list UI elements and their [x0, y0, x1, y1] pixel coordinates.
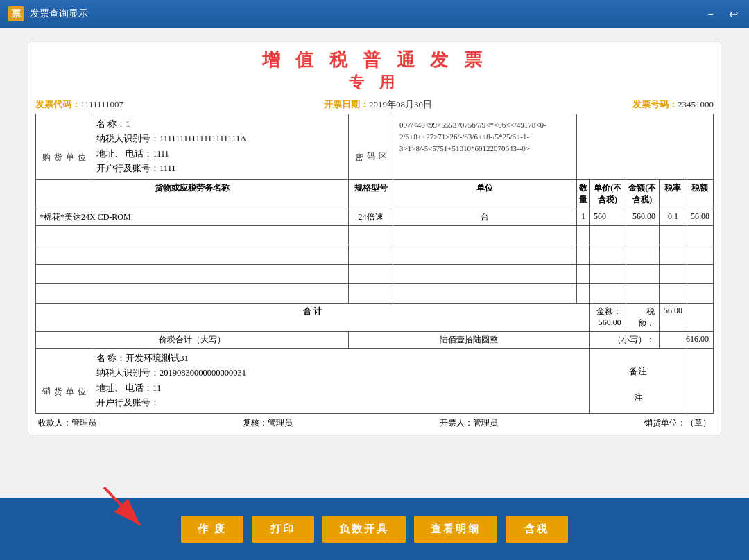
invoice-date-label: 开票日期：2019年08月30日	[324, 98, 432, 111]
detail-button[interactable]: 查看明细	[414, 516, 497, 543]
sign-row: 收款人：管理员 复核：管理员 开票人：管理员 销货单位：（章）	[35, 417, 714, 429]
seller-tax-id: 纳税人识别号：20190830000000000031	[96, 366, 585, 380]
print-button[interactable]: 打印	[252, 516, 314, 543]
code-content-cell: 007/<40<99>555370756///9<*<06<</49178<0-…	[393, 114, 577, 180]
total-tax-value-cell: 56.00	[659, 304, 687, 332]
seller-bank: 开户行及账号：	[96, 396, 585, 410]
item-unit: 台	[393, 209, 577, 226]
col-header-taxrate: 税率	[659, 180, 687, 209]
close-button[interactable]: ↩	[726, 7, 741, 21]
invoice-meta: 发票代码：1111111007 开票日期：2019年08月30日 发票号码：23…	[35, 98, 714, 111]
item-empty-row-1	[36, 226, 714, 245]
item-unit-price: 560	[589, 209, 626, 226]
col-header-amount: 金额(不含税)	[626, 180, 659, 209]
window-controls: － ↩	[703, 7, 741, 21]
invoice-sub-title: 专 用	[35, 72, 714, 93]
total-row: 合 计 金额： 560.00 税额： 56.00	[36, 304, 714, 332]
col-header-unit: 单位	[393, 180, 577, 209]
subtotal-small-value: 616.00	[659, 332, 713, 349]
buyer-name: 名 称：1	[96, 117, 344, 132]
total-tax-label: 税额：	[638, 306, 655, 328]
item-tax-rate: 0.1	[659, 209, 687, 226]
title-text: 发票查询显示	[30, 8, 703, 20]
item-name: *棉花*美达24X CD-ROM	[36, 209, 349, 226]
item-empty-row-4	[36, 284, 714, 304]
seller-address: 地址、 电话：11	[96, 381, 585, 396]
title-bar: 票 发票查询显示 － ↩	[0, 0, 749, 28]
items-header-row: 货物或应税劳务名称 规格型号 单位 数量 单价(不含税) 金额(不含税) 税率 …	[36, 180, 714, 209]
col-header-name: 货物或应税劳务名称	[36, 180, 349, 209]
buyer-tax-id: 纳税人识别号：11111111111111111111A	[96, 132, 344, 146]
seller-row: 销货单位 名 称：开发环境测试31 纳税人识别号：201908300000000…	[36, 349, 714, 414]
invoice-main-title: 增 值 税 普 通 发 票	[35, 48, 714, 72]
remark-cell: 备注 注	[589, 349, 687, 414]
col-header-spec: 规格型号	[349, 180, 393, 209]
invoice-number-label: 发票号码：23451000	[632, 98, 714, 111]
total-tax-cell: 税额：	[626, 304, 659, 332]
total-amount-cell: 金额： 560.00	[589, 304, 626, 332]
buyer-bank: 开户行及账号：1111	[96, 161, 344, 176]
main-content: 增 值 税 普 通 发 票 专 用 发票代码：1111111007 开票日期：2…	[0, 28, 749, 498]
item-row-1: *棉花*美达24X CD-ROM 24倍速 台 1 560 560.00 0.1…	[36, 209, 714, 226]
seller-info-cell: 名 称：开发环境测试31 纳税人识别号：20190830000000000031…	[92, 349, 590, 414]
total-amount-label: 金额：	[596, 306, 621, 316]
invoice-wrapper: 增 值 税 普 通 发 票 专 用 发票代码：1111111007 开票日期：2…	[28, 42, 721, 435]
invoice-table: 购货单位 名 称：1 纳税人识别号：11111111111111111111A …	[35, 114, 714, 414]
buyer-address: 地址、 电话：1111	[96, 147, 344, 161]
seller-name: 名 称：开发环境测试31	[96, 351, 585, 366]
minimize-button[interactable]: －	[703, 7, 719, 21]
code-content: 007/<40<99>555370756///9<*<06<</49178<0-…	[397, 117, 572, 157]
item-tax-amount: 56.00	[687, 209, 713, 226]
buyer-info-cell: 名 称：1 纳税人识别号：11111111111111111111A 地址、 电…	[92, 114, 349, 180]
item-empty-row-2	[36, 245, 714, 265]
invoice-code-label: 发票代码：1111111007	[35, 98, 123, 111]
payee-label: 收款人：管理员	[38, 417, 96, 429]
tax-button[interactable]: 含税	[506, 516, 568, 543]
subtotal-small-label: （小写）：	[589, 332, 659, 349]
void-button[interactable]: 作 废	[181, 516, 244, 543]
buyer-row: 购货单位 名 称：1 纳税人识别号：11111111111111111111A …	[36, 114, 714, 180]
code-area-label: 密码区	[349, 114, 393, 180]
seller-label: 销货单位：（章）	[644, 417, 711, 429]
issuer-label: 开票人：管理员	[440, 417, 498, 429]
item-spec: 24倍速	[349, 209, 393, 226]
col-header-unitprice: 单价(不含税)	[589, 180, 626, 209]
buyer-side-label: 购货单位	[36, 114, 92, 180]
total-amount-value: 560.00	[599, 317, 621, 327]
seller-side-label: 销货单位	[36, 349, 92, 414]
review-label: 复核：管理员	[243, 417, 293, 429]
subtotal-row: 价税合计（大写） 陆佰壹拾陆圆整 （小写）： 616.00	[36, 332, 714, 349]
subtotal-chinese: 陆佰壹拾陆圆整	[349, 332, 590, 349]
negative-button[interactable]: 负数开具	[322, 516, 406, 543]
remark-label: 备注	[594, 365, 682, 378]
subtotal-label: 价税合计（大写）	[36, 332, 349, 349]
col-header-taxamount: 税额	[687, 180, 713, 209]
remark-note-label: 注	[594, 392, 682, 404]
item-qty: 1	[577, 209, 590, 226]
item-amount: 560.00	[626, 209, 659, 226]
col-header-qty: 数量	[577, 180, 590, 209]
footer-bar: 作 废 打印 负数开具 查看明细 含税	[0, 498, 749, 560]
total-label: 合 计	[36, 304, 590, 332]
app-icon: 票	[8, 6, 24, 21]
item-empty-row-3	[36, 265, 714, 284]
